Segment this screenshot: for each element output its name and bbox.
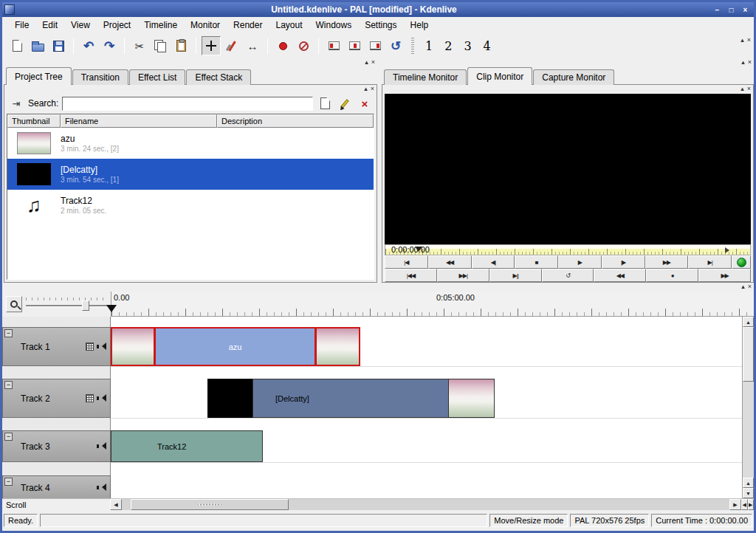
scroll-up-button[interactable]: ▲: [743, 317, 754, 327]
zone-end-button[interactable]: ▶▶|: [437, 269, 489, 282]
open-project-button[interactable]: [28, 36, 47, 55]
loop-zone-play-button[interactable]: ↺: [542, 269, 594, 282]
tab-effect-list[interactable]: Effect List: [129, 69, 185, 85]
tab-project-tree[interactable]: Project Tree: [6, 67, 72, 85]
audio-icon[interactable]: [97, 442, 106, 450]
scroll-up-button-2[interactable]: ▲: [743, 478, 754, 488]
playhead-marker[interactable]: [106, 305, 117, 312]
play-button[interactable]: ▶: [558, 255, 602, 269]
timeline-preset-2[interactable]: 2: [444, 39, 452, 53]
scroll-left-button[interactable]: ◀: [110, 499, 122, 510]
horizontal-scroll-track[interactable]: [122, 499, 729, 510]
float-panel-icon[interactable]: ▴: [741, 58, 745, 66]
clip-row-delcatty[interactable]: [Delcatty] 3 min. 54 sec., [1]: [7, 159, 374, 190]
menu-file[interactable]: File: [8, 18, 35, 32]
timeline-clip-area[interactable]: azu [Delcatty] Track12: [111, 317, 742, 498]
clip-track12[interactable]: Track12: [111, 430, 263, 462]
corner-right-button[interactable]: ▶: [748, 499, 755, 510]
snap-marker-end-button[interactable]: [365, 36, 385, 55]
audio-icon[interactable]: [97, 484, 106, 492]
go-to-start-button[interactable]: |◀: [385, 255, 428, 269]
record-monitor-button[interactable]: [732, 255, 751, 269]
timeline-preset-4[interactable]: 4: [484, 39, 491, 53]
track-header-4[interactable]: − Track 4: [2, 475, 111, 498]
menu-help[interactable]: Help: [404, 18, 436, 32]
float-panel-icon[interactable]: ▴: [365, 58, 368, 66]
frame-back-button[interactable]: ◀|: [472, 255, 515, 269]
cut-button[interactable]: ✂: [130, 36, 149, 55]
clip-row-track12[interactable]: ♫ Track12 2 min. 05 sec.: [7, 190, 374, 221]
close-panel-icon[interactable]: ×: [747, 36, 751, 44]
loop-zone-button[interactable]: ↺: [386, 36, 405, 55]
track-header-2[interactable]: − Track 2: [2, 379, 111, 418]
edit-clip-button[interactable]: [337, 95, 353, 111]
corner-left-button[interactable]: ◀: [741, 499, 748, 510]
menu-settings[interactable]: Settings: [358, 18, 403, 32]
razor-tool-button[interactable]: [222, 36, 241, 55]
search-jump-button[interactable]: ⇥: [8, 95, 24, 111]
tab-transition[interactable]: Transition: [72, 69, 128, 85]
close-panel-icon[interactable]: ×: [371, 85, 374, 93]
stop-button[interactable]: [294, 36, 313, 55]
seek-position-marker[interactable]: [415, 247, 422, 252]
zoom-button[interactable]: [6, 296, 22, 312]
tab-timeline-monitor[interactable]: Timeline Monitor: [384, 69, 467, 85]
menu-view[interactable]: View: [64, 18, 97, 32]
menu-timeline[interactable]: Timeline: [137, 18, 184, 32]
menu-windows[interactable]: Windows: [309, 18, 359, 32]
close-panel-icon[interactable]: ×: [748, 283, 752, 291]
collapse-track-button[interactable]: −: [4, 433, 13, 441]
timeline-preset-3[interactable]: 3: [464, 39, 471, 53]
clip-delcatty-black-segment[interactable]: [207, 379, 253, 418]
clip-azu-end-thumb[interactable]: [315, 327, 360, 366]
menu-layout[interactable]: Layout: [269, 18, 309, 32]
close-panel-icon[interactable]: ×: [748, 58, 752, 66]
horizontal-scroll-thumb[interactable]: [131, 499, 289, 510]
vertical-scroll-thumb[interactable]: [743, 327, 754, 382]
snap-marker-start-button[interactable]: [324, 36, 343, 55]
search-input[interactable]: [62, 97, 313, 111]
monitor-seek-ruler[interactable]: 0:00:00.00: [385, 244, 751, 255]
play-backward-button[interactable]: ◀◀: [594, 269, 646, 282]
copy-button[interactable]: [151, 36, 170, 55]
close-button[interactable]: ×: [739, 4, 752, 16]
audio-icon[interactable]: [97, 343, 106, 351]
frame-forward-button[interactable]: |▶: [602, 255, 645, 269]
menu-render[interactable]: Render: [227, 18, 269, 32]
spacer-tool-button[interactable]: ↔: [243, 36, 262, 55]
save-project-button[interactable]: [49, 36, 68, 55]
maximize-button[interactable]: □: [725, 4, 738, 16]
undo-button[interactable]: ↶: [79, 36, 98, 55]
track-header-3[interactable]: − Track 3: [2, 430, 111, 462]
fast-forward-button[interactable]: ▶▶: [645, 255, 689, 269]
float-panel-icon[interactable]: ▴: [741, 283, 745, 291]
paste-button[interactable]: [171, 36, 190, 55]
clip-delcatty-end-thumb[interactable]: [448, 379, 495, 418]
toolbar-drag-handle[interactable]: [411, 38, 414, 54]
float-panel-icon[interactable]: ▴: [364, 85, 368, 93]
timeline-ruler[interactable]: 0.00 0:05:00.00: [111, 292, 754, 317]
play-faster-button[interactable]: ▶▶: [698, 269, 751, 282]
scroll-right-button[interactable]: ▶: [729, 499, 741, 510]
collapse-track-button[interactable]: −: [4, 329, 13, 337]
add-clip-button[interactable]: [317, 95, 333, 111]
zone-start-button[interactable]: |◀◀: [385, 269, 437, 282]
audio-icon[interactable]: [97, 394, 106, 402]
tab-clip-monitor[interactable]: Clip Monitor: [467, 67, 532, 85]
scroll-track[interactable]: [743, 382, 754, 478]
rewind-button[interactable]: ◀◀: [428, 255, 472, 269]
menu-project[interactable]: Project: [97, 18, 137, 32]
video-thumbnails-icon[interactable]: [86, 394, 94, 402]
collapse-track-button[interactable]: −: [4, 478, 13, 486]
track-header-1[interactable]: − Track 1: [2, 327, 111, 366]
tab-capture-monitor[interactable]: Capture Monitor: [533, 69, 614, 85]
titlebar[interactable]: Untitled.kdenlive - PAL [modified] - Kde…: [2, 2, 754, 17]
clip-azu[interactable]: azu: [154, 327, 316, 366]
float-panel-icon[interactable]: ▴: [740, 36, 744, 44]
new-project-button[interactable]: [7, 36, 27, 55]
stop-playback-button[interactable]: ■: [515, 255, 558, 269]
clip-row-azu[interactable]: azu 3 min. 24 sec., [2]: [7, 128, 374, 159]
float-panel-icon[interactable]: ▴: [740, 85, 744, 93]
collapse-track-button[interactable]: −: [4, 381, 13, 389]
zoom-slider[interactable]: [26, 298, 107, 311]
